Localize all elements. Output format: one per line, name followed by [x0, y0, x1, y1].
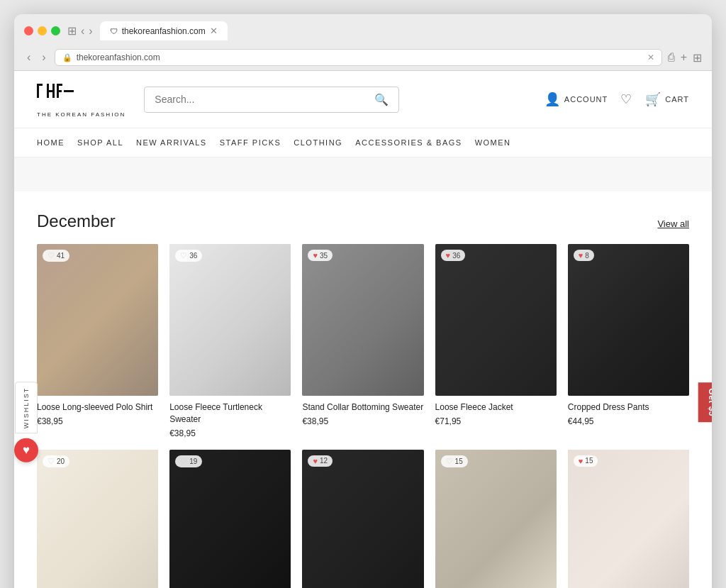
share-icon[interactable]: ⎙	[668, 51, 675, 65]
address-bar-row: ‹ › 🔒 thekoreanfashion.com ✕ ⎙ + ⊞	[24, 46, 702, 70]
address-bar[interactable]: 🔒 thekoreanfashion.com ✕	[55, 49, 662, 66]
heart-filled-icon: ♥	[579, 457, 583, 465]
wishlist-button[interactable]: ♡	[620, 91, 632, 107]
product-card-2[interactable]: ♡ 36 Loose Fleece Turtleneck Sweater €38…	[169, 244, 291, 438]
svg-rect-8	[64, 90, 74, 92]
hero-banner	[14, 157, 712, 192]
new-tab-icon[interactable]: +	[681, 51, 687, 65]
nav-home[interactable]: HOME	[37, 128, 77, 157]
wishlist-badge-2[interactable]: ♡ 36	[175, 250, 202, 262]
nav-new-arrivals[interactable]: NEW ARRIVALS	[136, 128, 220, 157]
wishlist-badge-5[interactable]: ♥ 8	[574, 250, 594, 261]
forward-icon[interactable]: ›	[89, 25, 92, 38]
product-price-3: €38,95	[302, 416, 423, 426]
view-all-link[interactable]: View all	[657, 218, 689, 229]
product-image-7	[169, 450, 291, 588]
wishlist-heart-button[interactable]: ♥	[14, 438, 38, 462]
heart-icon: ♡	[620, 91, 632, 107]
wishlist-badge-10[interactable]: ♥ 15	[574, 455, 598, 467]
wishlist-count-3: 35	[320, 252, 328, 260]
product-card-5[interactable]: ♥ 8 Cropped Dress Pants €44,95	[568, 244, 689, 438]
nav-staff-picks[interactable]: STAFF PICKS	[220, 128, 294, 157]
section-header: December View all	[37, 211, 689, 231]
heart-filled-icon: ♥	[446, 251, 451, 260]
product-name-5: Cropped Dress Pants	[568, 401, 689, 414]
product-card-6[interactable]: ♡ 20 White Oversized Knit Sweater	[37, 450, 158, 588]
svg-rect-3	[47, 90, 52, 92]
product-card-9[interactable]: ♡ 15 Plaid Flannel Overshirt	[435, 450, 557, 588]
product-card-3[interactable]: ♥ 35 Stand Collar Bottoming Sweater €38,…	[302, 244, 423, 438]
product-card-8[interactable]: ♥ 12 Puffer Down Jacket	[302, 450, 423, 588]
tab-close-icon[interactable]: ✕	[210, 26, 218, 36]
maximize-button[interactable]	[51, 26, 60, 35]
tab-title: thekoreanfashion.com	[122, 26, 206, 36]
wishlist-badge-7[interactable]: ♡ 19	[175, 455, 202, 467]
wishlist-count-9: 15	[455, 457, 463, 465]
search-bar[interactable]: 🔍	[144, 87, 399, 113]
wishlist-sidebar[interactable]: WISHLIST ♥	[14, 382, 38, 462]
svg-rect-1	[37, 84, 39, 98]
heart-outline-icon: ♡	[180, 251, 187, 260]
heart-filled-icon: ♥	[313, 251, 318, 260]
nav-shop-all[interactable]: SHOP ALL	[77, 128, 136, 157]
close-button[interactable]	[24, 26, 33, 35]
cart-button[interactable]: 🛒 CART	[645, 91, 689, 107]
url-clear-icon[interactable]: ✕	[647, 52, 654, 62]
product-name-4: Loose Fleece Jacket	[435, 401, 557, 414]
browser-tab[interactable]: 🛡 thekoreanfashion.com ✕	[100, 21, 228, 40]
account-label: ACCOUNT	[564, 95, 608, 104]
product-image-2	[169, 244, 291, 396]
svg-rect-4	[52, 84, 55, 98]
traffic-lights	[24, 26, 60, 35]
product-card-1[interactable]: ♡ 41 Loose Long-sleeved Polo Shirt €38,9…	[37, 244, 158, 438]
wishlist-badge-8[interactable]: ♥ 12	[308, 455, 333, 467]
browser-chrome: ⊞ ‹ › 🛡 thekoreanfashion.com ✕ ‹ › 🔒 the…	[14, 14, 712, 71]
nav-accessories-bags[interactable]: ACCESSORIES & BAGS	[355, 128, 474, 157]
header-right: 👤 ACCOUNT ♡ 🛒 CART	[544, 91, 689, 107]
site-header: The Korean Fashion 🔍 👤 ACCOUNT ♡ 🛒 CART	[14, 71, 712, 128]
account-button[interactable]: 👤 ACCOUNT	[544, 91, 608, 107]
logo[interactable]: The Korean Fashion	[37, 81, 125, 118]
product-image-4	[435, 244, 557, 396]
cart-label: CART	[665, 95, 689, 104]
back-nav-button[interactable]: ‹	[24, 50, 33, 65]
tab-grid-icon[interactable]: ⊞	[67, 24, 77, 38]
wishlist-badge-1[interactable]: ♡ 41	[43, 250, 69, 262]
browser-controls: ⊞ ‹ ›	[67, 24, 93, 38]
product-grid-row2: ♡ 20 White Oversized Knit Sweater ♡ 19	[37, 450, 689, 588]
product-image-6	[37, 450, 158, 588]
search-input[interactable]	[155, 94, 369, 105]
wishlist-count-6: 20	[57, 457, 65, 465]
wishlist-badge-9[interactable]: ♡ 15	[441, 455, 468, 467]
product-name-2: Loose Fleece Turtleneck Sweater	[169, 401, 291, 426]
search-icon[interactable]: 🔍	[374, 93, 389, 106]
wishlist-badge-6[interactable]: ♡ 20	[43, 455, 69, 467]
product-price-4: €71,95	[435, 416, 557, 426]
minimize-button[interactable]	[38, 26, 47, 35]
wishlist-count-1: 41	[57, 252, 65, 260]
wishlist-label[interactable]: WISHLIST	[15, 382, 38, 434]
product-card-7[interactable]: ♡ 19 Wide Leg Trousers	[169, 450, 291, 588]
back-icon[interactable]: ‹	[81, 25, 84, 38]
heart-outline-icon: ♡	[446, 457, 453, 466]
nav-clothing[interactable]: CLOTHING	[294, 128, 355, 157]
page-content: The Korean Fashion 🔍 👤 ACCOUNT ♡ 🛒 CART	[14, 71, 712, 588]
product-name-3: Stand Collar Bottoming Sweater	[302, 401, 423, 414]
wishlist-badge-3[interactable]: ♥ 35	[308, 250, 333, 261]
get5-button[interactable]: Get $5	[698, 383, 712, 423]
lock-icon: 🔒	[62, 53, 72, 62]
product-card-4[interactable]: ♥ 36 Loose Fleece Jacket €71,95	[435, 244, 557, 438]
product-image-9	[435, 450, 557, 588]
wishlist-count-10: 15	[585, 457, 593, 465]
forward-nav-button[interactable]: ›	[39, 50, 48, 65]
product-image-3	[302, 244, 423, 396]
wishlist-badge-4[interactable]: ♥ 36	[441, 250, 466, 261]
grid-icon[interactable]: ⊞	[693, 51, 702, 65]
heart-filled-icon: ♥	[313, 457, 318, 465]
nav-women[interactable]: WOMEN	[475, 128, 524, 157]
heart-outline-icon: ♡	[48, 251, 55, 260]
site-navigation: HOME SHOP ALL NEW ARRIVALS STAFF PICKS C…	[14, 128, 712, 157]
section-title: December	[37, 211, 116, 231]
product-card-10[interactable]: ♥ 15 Silver Hoop Earring	[568, 450, 689, 588]
cart-icon: 🛒	[645, 91, 661, 107]
